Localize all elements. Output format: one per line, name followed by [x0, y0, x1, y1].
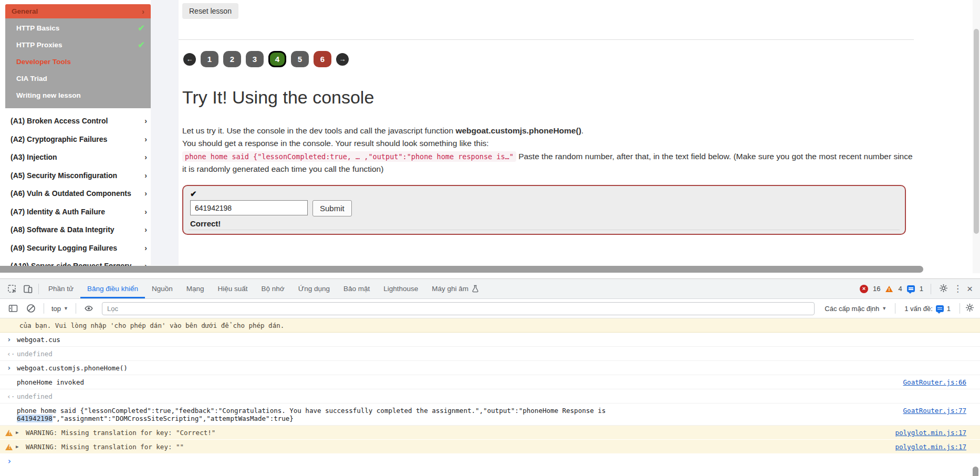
sidebar-item-http-basics[interactable]: HTTP Basics ✔: [5, 20, 151, 37]
log-levels-select[interactable]: Các cấp mặc định ▼: [821, 305, 890, 313]
lesson-label: Writing new lesson: [16, 91, 81, 99]
prev-page-button[interactable]: ←: [183, 53, 196, 66]
sidebar-category-a3[interactable]: (A3) Injection ›: [5, 148, 151, 167]
sidebar-category-a5[interactable]: (A5) Security Misconfiguration ›: [5, 167, 151, 185]
tab-recorder[interactable]: Máy ghi âm: [425, 279, 486, 298]
page-button-4-current[interactable]: 4: [268, 51, 286, 67]
sidebar-category-a9[interactable]: (A9) Security Logging Failures ›: [5, 239, 151, 257]
expand-arrow-icon[interactable]: ▶: [16, 444, 18, 449]
error-count-icon[interactable]: ×: [860, 285, 868, 293]
form-divider: [189, 230, 900, 230]
inspect-element-icon[interactable]: [4, 281, 20, 297]
reset-lesson-button[interactable]: Reset lesson: [182, 3, 238, 19]
log-text-line1: phone home said {"lessonCompleted":true,…: [17, 407, 906, 415]
sidebar-category-a1[interactable]: (A1) Broken Access Control ›: [5, 112, 151, 130]
sidebar-category-general[interactable]: General ›: [5, 4, 151, 18]
console-settings-icon[interactable]: [965, 303, 975, 314]
console-result-row: ‹· undefined: [0, 389, 980, 403]
console-sidebar-toggle-icon[interactable]: [5, 301, 21, 316]
console-output: của bạn. Vui lòng nhập 'cho phép dán' và…: [0, 318, 980, 476]
lesson-pagination: ← 1 2 3 4 5 6 →: [183, 51, 349, 67]
answer-input[interactable]: [190, 200, 308, 215]
prompt-chevron-icon: ›: [7, 456, 12, 466]
source-link[interactable]: polyglot.min.js:17: [895, 443, 966, 451]
tab-security[interactable]: Bảo mật: [337, 279, 377, 298]
issues-bubble-icon[interactable]: [907, 285, 915, 292]
answer-row: Submit: [190, 200, 898, 216]
chevron-right-icon: ›: [144, 117, 147, 125]
divider: [76, 303, 76, 314]
tab-performance[interactable]: Hiệu suất: [211, 279, 254, 298]
tab-elements[interactable]: Phần tử: [41, 279, 80, 298]
console-filter-input[interactable]: [102, 302, 815, 315]
chevron-right-icon: ›: [144, 153, 147, 161]
sidebar-category-a7[interactable]: (A7) Identity & Auth Failure ›: [5, 203, 151, 221]
chevron-right-icon: ›: [144, 189, 147, 198]
tab-memory[interactable]: Bộ nhớ: [255, 279, 291, 298]
warning-count-icon[interactable]: [885, 285, 893, 293]
command-text: webgoat.cus: [17, 336, 60, 344]
page-button-6[interactable]: 6: [314, 51, 331, 67]
device-toolbar-icon[interactable]: [20, 281, 36, 297]
issues-count: 1: [947, 305, 951, 313]
issues-counter[interactable]: 1 vấn đề: 1: [900, 305, 955, 313]
close-devtools-icon[interactable]: ×: [967, 284, 973, 294]
source-link[interactable]: GoatRouter.js:66: [903, 378, 966, 386]
category-label: (A2) Cryptographic Failures: [11, 135, 107, 143]
javascript-context-select[interactable]: top ▼: [49, 305, 71, 313]
source-link[interactable]: GoatRouter.js:77: [903, 407, 966, 415]
tab-console[interactable]: Bảng điều khiển: [80, 279, 145, 298]
source-link[interactable]: polyglot.min.js:17: [895, 429, 966, 437]
chevron-right-icon: ›: [144, 171, 147, 180]
sidebar-item-http-proxies[interactable]: HTTP Proxies ✔: [5, 37, 151, 54]
page-scrollbar[interactable]: [973, 0, 980, 273]
tab-label: Nguồn: [152, 285, 173, 293]
category-label: (A5) Security Misconfiguration: [11, 171, 117, 180]
next-page-button[interactable]: →: [336, 53, 349, 66]
submit-button[interactable]: Submit: [312, 200, 352, 216]
page-button-5[interactable]: 5: [291, 51, 309, 67]
category-label: (A8) Software & Data Integrity: [11, 225, 114, 234]
category-general-label: General: [12, 7, 38, 15]
chevron-down-icon: ▼: [64, 306, 68, 311]
sidebar-item-developer-tools[interactable]: Developer Tools: [5, 54, 151, 70]
divider: [960, 303, 960, 314]
console-log-row: phoneHome invoked GoatRouter.js:66: [0, 375, 980, 389]
console-prompt[interactable]: ›: [0, 454, 980, 468]
chevron-right-icon: ›: [144, 225, 147, 234]
clear-console-icon[interactable]: [23, 301, 39, 316]
sidebar-item-cia-triad[interactable]: CIA Triad: [5, 70, 151, 87]
tab-network[interactable]: Mạng: [180, 279, 211, 298]
console-command-row: › webgoat.customjs.phoneHome(): [0, 361, 980, 375]
category-label: (A6) Vuln & Outdated Components: [11, 189, 131, 198]
sidebar-category-a6[interactable]: (A6) Vuln & Outdated Components ›: [5, 184, 151, 203]
page-button-3[interactable]: 3: [246, 51, 264, 67]
tab-lighthouse[interactable]: Lighthouse: [377, 279, 425, 298]
more-options-icon[interactable]: ⋮: [953, 284, 962, 293]
function-name: webgoat.customjs.phoneHome(): [455, 126, 581, 135]
highlighted-random-number: 641942198: [17, 415, 53, 422]
return-arrow-icon: ‹·: [7, 350, 15, 358]
sidebar-item-writing-new-lesson[interactable]: Writing new lesson: [5, 87, 151, 104]
tab-label: Hiệu suất: [217, 285, 247, 293]
page-button-2[interactable]: 2: [223, 51, 241, 67]
command-chevron-icon: ›: [7, 335, 11, 344]
sidebar-category-a2[interactable]: (A2) Cryptographic Failures ›: [5, 130, 151, 149]
tab-application[interactable]: Ứng dụng: [291, 279, 337, 298]
page-button-1[interactable]: 1: [201, 51, 218, 67]
devtools-resize-handle[interactable]: [0, 266, 923, 273]
tab-label: Bảng điều khiển: [87, 285, 138, 293]
expand-arrow-icon[interactable]: ▶: [16, 430, 18, 435]
tab-sources[interactable]: Nguồn: [145, 279, 180, 298]
content-gutter: [151, 0, 179, 265]
console-scrollbar-thumb[interactable]: [973, 467, 978, 476]
warning-count: 4: [898, 285, 902, 293]
devtools-panel: Phần tử Bảng điều khiển Nguồn Mạng Hiệu …: [0, 278, 980, 476]
sidebar-category-a8[interactable]: (A8) Software & Data Integrity ›: [5, 221, 151, 239]
warning-triangle-icon: !: [5, 444, 13, 450]
instruction-line-2: You should get a response in the console…: [182, 137, 913, 150]
lesson-complete-check-icon: ✔: [138, 37, 145, 54]
devtools-settings-icon[interactable]: [939, 283, 948, 295]
page-scrollbar-thumb[interactable]: [974, 29, 979, 234]
live-expression-eye-icon[interactable]: [81, 301, 97, 316]
